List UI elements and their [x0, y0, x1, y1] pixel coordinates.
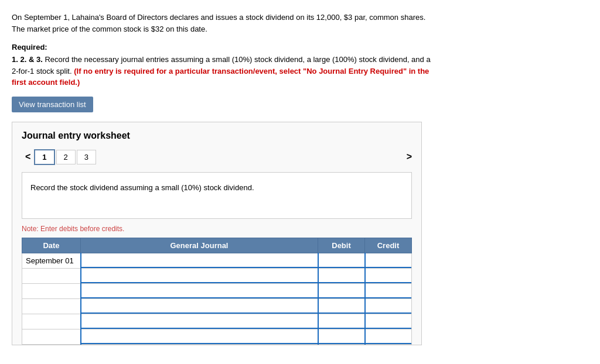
- credit-cell-4[interactable]: [365, 298, 412, 314]
- nav-left-arrow[interactable]: <: [22, 152, 34, 162]
- general-input-3[interactable]: [81, 284, 318, 298]
- debit-input-6[interactable]: [319, 329, 364, 344]
- table-row: [22, 298, 412, 314]
- tab-3[interactable]: 3: [77, 150, 96, 164]
- debit-cell-2[interactable]: [318, 268, 365, 283]
- required-section: Required: 1. 2. & 3. Record the necessar…: [12, 43, 434, 88]
- table-row: [22, 268, 412, 283]
- credit-cell-5[interactable]: [365, 314, 412, 329]
- required-bold-prefix: 1. 2. & 3.: [12, 55, 43, 64]
- general-cell-4[interactable]: [81, 298, 318, 314]
- date-cell-4: [22, 298, 81, 314]
- date-cell-3: [22, 283, 81, 298]
- debit-cell-1[interactable]: [318, 253, 365, 268]
- col-header-date: Date: [22, 238, 81, 253]
- date-cell-6: [22, 329, 81, 344]
- table-row: September 01: [22, 253, 412, 268]
- debit-input-3[interactable]: [319, 284, 364, 298]
- debit-input-1[interactable]: [319, 253, 364, 268]
- general-cell-6[interactable]: [81, 329, 318, 344]
- col-header-credit: Credit: [365, 238, 412, 253]
- debit-cell-6[interactable]: [318, 329, 365, 344]
- general-cell-3[interactable]: [81, 283, 318, 298]
- date-cell-1: September 01: [22, 253, 81, 268]
- debit-cell-5[interactable]: [318, 314, 365, 329]
- debit-input-5[interactable]: [319, 314, 364, 329]
- worksheet-container: Journal entry worksheet < 1 2 3 > Record…: [12, 122, 422, 345]
- credit-input-1[interactable]: [366, 253, 412, 268]
- debit-cell-4[interactable]: [318, 298, 365, 314]
- table-row: [22, 329, 412, 344]
- tab-2[interactable]: 2: [56, 150, 76, 164]
- intro-text: On September 1, Lahaina's Board of Direc…: [12, 12, 434, 35]
- general-cell-5[interactable]: [81, 314, 318, 329]
- nav-right-arrow[interactable]: >: [407, 152, 412, 162]
- credit-input-2[interactable]: [366, 269, 412, 283]
- credit-input-4[interactable]: [366, 299, 412, 314]
- instruction-box: Record the stock dividend assuming a sma…: [22, 172, 412, 219]
- general-input-5[interactable]: [81, 314, 318, 329]
- required-body: 1. 2. & 3. Record the necessary journal …: [12, 55, 431, 87]
- credit-input-5[interactable]: [366, 314, 412, 329]
- tab-navigation: < 1 2 3 >: [22, 149, 412, 165]
- note-text: Note: Enter debits before credits.: [22, 225, 412, 233]
- table-header-row: Date General Journal Debit Credit: [22, 238, 412, 253]
- table-row: [22, 283, 412, 298]
- col-header-debit: Debit: [318, 238, 365, 253]
- general-input-2[interactable]: [81, 269, 318, 283]
- credit-cell-1[interactable]: [365, 253, 412, 268]
- required-label: Required:: [12, 43, 434, 51]
- general-input-1[interactable]: [81, 253, 318, 268]
- credit-cell-6[interactable]: [365, 329, 412, 344]
- date-cell-5: [22, 314, 81, 329]
- view-transaction-list-button[interactable]: View transaction list: [12, 97, 93, 112]
- journal-table: Date General Journal Debit Credit Septem…: [22, 238, 412, 345]
- col-header-general: General Journal: [81, 238, 318, 253]
- debit-cell-3[interactable]: [318, 283, 365, 298]
- credit-cell-3[interactable]: [365, 283, 412, 298]
- credit-cell-2[interactable]: [365, 268, 412, 283]
- general-input-6[interactable]: [81, 329, 318, 344]
- worksheet-title: Journal entry worksheet: [22, 131, 412, 141]
- general-cell-1[interactable]: [81, 253, 318, 268]
- table-row: [22, 314, 412, 329]
- date-cell-2: [22, 268, 81, 283]
- debit-input-2[interactable]: [319, 269, 364, 283]
- tab-1[interactable]: 1: [34, 149, 54, 165]
- credit-input-6[interactable]: [366, 329, 412, 344]
- general-input-4[interactable]: [81, 299, 318, 314]
- general-cell-2[interactable]: [81, 268, 318, 283]
- credit-input-3[interactable]: [366, 284, 412, 298]
- debit-input-4[interactable]: [319, 299, 364, 314]
- required-body-red: (If no entry is required for a particula…: [12, 67, 429, 87]
